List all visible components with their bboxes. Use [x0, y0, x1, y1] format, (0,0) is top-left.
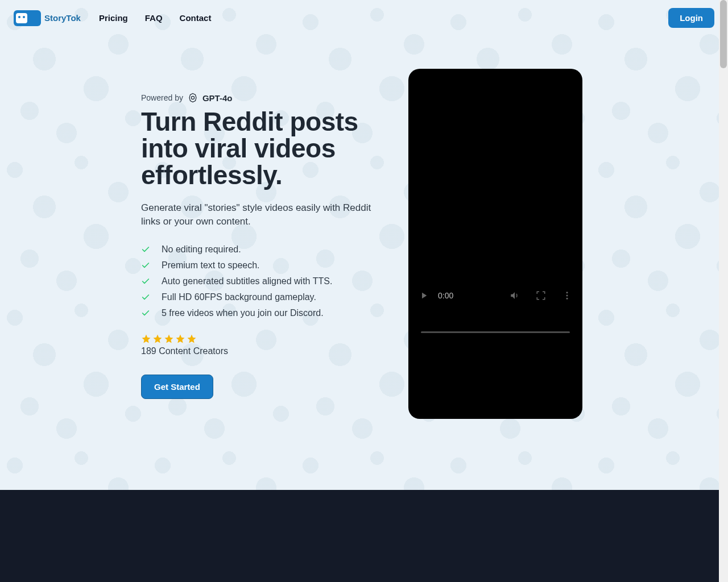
logo-icon — [14, 10, 41, 26]
feature-item: No editing required. — [141, 242, 386, 257]
svg-point-0 — [191, 96, 194, 99]
feature-list: No editing required. Premium text to spe… — [141, 242, 386, 321]
video-progress[interactable] — [421, 331, 570, 333]
video-player[interactable]: 0:00 — [408, 69, 582, 419]
logo[interactable]: StoryTok — [14, 10, 81, 26]
nav-left: StoryTok Pricing FAQ Contact — [14, 10, 211, 26]
feature-item: 5 free videos when you join our Discord. — [141, 305, 386, 321]
openai-icon — [188, 93, 198, 103]
nav-link-contact[interactable]: Contact — [180, 13, 212, 23]
logo-text: StoryTok — [44, 13, 81, 23]
check-icon — [141, 261, 150, 270]
more-icon[interactable] — [562, 290, 572, 301]
feature-text: Auto generated subtitles aligned with TT… — [162, 276, 332, 286]
get-started-button[interactable]: Get Started — [141, 375, 213, 399]
powered-by-model: GPT-4o — [202, 93, 233, 103]
hero-section: Powered by GPT-4o Turn Reddit posts into… — [0, 36, 728, 419]
feature-text: Full HD 60FPS background gameplay. — [162, 292, 316, 302]
star-icon — [164, 334, 174, 344]
volume-icon[interactable] — [510, 290, 520, 301]
dark-section — [0, 490, 728, 582]
svg-point-1 — [566, 292, 568, 293]
hero-headline: Turn Reddit posts into viral videos effo… — [141, 109, 386, 189]
creators-count: 189 Content Creators — [141, 346, 386, 356]
feature-item: Full HD 60FPS background gameplay. — [141, 289, 386, 305]
feature-item: Auto generated subtitles aligned with TT… — [141, 273, 386, 289]
hero-subhead: Generate viral "stories" style videos ea… — [141, 201, 386, 229]
check-icon — [141, 277, 150, 286]
feature-text: 5 free videos when you join our Discord. — [162, 308, 324, 318]
nav-link-faq[interactable]: FAQ — [145, 13, 163, 23]
check-icon — [141, 309, 150, 318]
nav-link-pricing[interactable]: Pricing — [99, 13, 128, 23]
hero-content: Powered by GPT-4o Turn Reddit posts into… — [141, 93, 386, 419]
star-icon — [187, 334, 197, 344]
top-nav: StoryTok Pricing FAQ Contact Login — [0, 0, 728, 36]
nav-links: Pricing FAQ Contact — [99, 13, 212, 23]
feature-text: Premium text to speech. — [162, 260, 260, 271]
star-icon — [175, 334, 185, 344]
check-icon — [141, 293, 150, 302]
video-time: 0:00 — [438, 291, 453, 300]
powered-by-row: Powered by GPT-4o — [141, 93, 386, 103]
star-icon — [141, 334, 151, 344]
video-controls: 0:00 — [413, 278, 578, 352]
feature-text: No editing required. — [162, 244, 241, 255]
hero-video-column: 0:00 — [408, 93, 582, 419]
check-icon — [141, 245, 150, 254]
scrollbar-thumb[interactable] — [720, 0, 727, 68]
login-button[interactable]: Login — [668, 8, 714, 28]
scrollbar[interactable] — [719, 0, 728, 582]
fullscreen-icon[interactable] — [536, 290, 546, 301]
star-rating — [141, 334, 386, 344]
svg-point-2 — [566, 295, 568, 297]
star-icon — [152, 334, 163, 344]
feature-item: Premium text to speech. — [141, 257, 386, 273]
powered-by-label: Powered by — [141, 93, 183, 102]
svg-point-3 — [566, 298, 568, 300]
play-icon[interactable] — [419, 290, 429, 301]
